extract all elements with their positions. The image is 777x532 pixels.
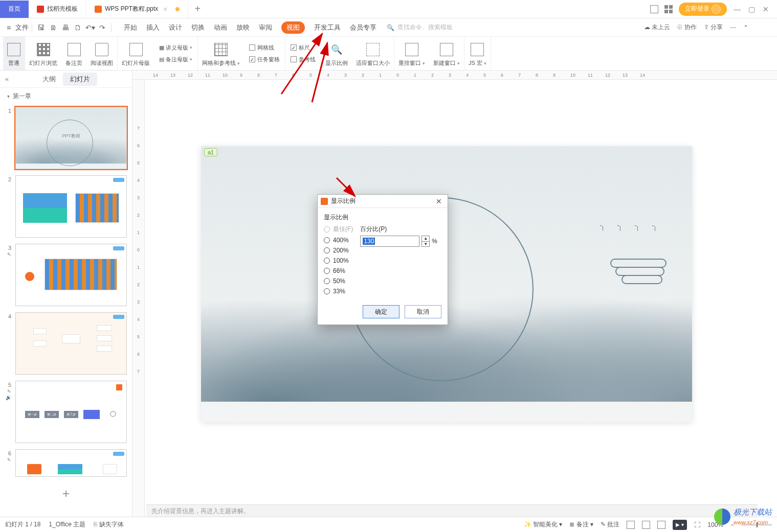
slide-master-icon [129,43,143,56]
apps-grid-icon[interactable] [664,5,673,13]
percent-label: 百分比(P) [360,225,437,234]
rearrange-window-button[interactable]: 重排窗口 [394,37,429,70]
view-slide-browse-button[interactable]: 幻灯片浏览 [25,37,61,70]
tab-member[interactable]: 会员专享 [350,23,376,32]
outline-tab[interactable]: 大纲 [35,73,63,86]
save-as-icon[interactable]: 🗎 [48,22,59,33]
ribbon-view: 普通 幻灯片浏览 备注页 阅读视图 幻灯片母版 ▦ 讲义母版 ▤ 备注母版 网格… [0,37,777,71]
tab-review[interactable]: 审阅 [259,23,272,32]
add-slide-button[interactable]: ＋ [5,483,127,503]
notes-master-button[interactable]: ▤ 备注母版 [159,56,192,63]
tab-design[interactable]: 设计 [169,23,182,32]
print-icon[interactable]: 🖶 [60,22,71,33]
layout-toggle-icon[interactable] [650,5,658,13]
tab-view[interactable]: 视图 [281,21,305,34]
close-window-button[interactable]: ✕ [762,5,770,13]
rearrange-icon [405,43,418,56]
doke-icon [37,6,44,13]
thumbnail-1[interactable]: PPT教程 [15,107,127,169]
zoom-button[interactable]: 🔍 显示比例 [321,37,352,70]
gridlines-checkbox[interactable]: 网格线 [249,44,280,52]
fit-window-icon [366,43,380,56]
sorter-view-status-icon[interactable] [642,521,650,529]
slideshow-play-button[interactable]: ▶ ▾ [673,520,687,530]
lecture-master-button[interactable]: ▦ 讲义母版 [159,44,192,52]
thumbnail-6[interactable] [15,449,127,477]
watermark-name: 极光下载站 [734,507,772,516]
minimize-button[interactable]: — [733,5,741,13]
separator [111,23,112,32]
taskpane-checkbox[interactable]: 任务窗格 [249,56,280,63]
tab-slideshow[interactable]: 放映 [236,23,250,32]
collapse-ribbon-icon[interactable]: ⌃ [743,24,748,31]
chapter-row[interactable]: 第一章 [0,88,132,105]
zoom-50-radio[interactable]: 50% [324,277,353,285]
zoom-100-radio[interactable]: 100% [324,257,353,264]
view-normal-button[interactable]: 普通 [3,37,25,70]
zoom-66-radio[interactable]: 66% [324,267,353,274]
view-slide-browse-label: 幻灯片浏览 [29,59,57,67]
more-icon[interactable]: ⋯ [730,24,736,31]
spin-down-icon[interactable]: ▼ [422,242,429,247]
tab-transition[interactable]: 切换 [191,23,205,32]
coop-button[interactable]: ⦾ 协作 [677,23,696,32]
guides-checkbox[interactable]: 参考线 [291,56,316,63]
share-button[interactable]: ⇪ 分享 [704,23,723,32]
redo-icon[interactable]: ↷ [97,22,108,33]
file-menu[interactable]: 文件 [15,22,29,33]
hamburger-icon[interactable]: ≡ [3,22,14,33]
zoom-200-radio[interactable]: 200% [324,247,353,254]
thumbnail-5[interactable]: 第一步 第二步 第三步 [15,381,127,443]
spin-up-icon[interactable]: ▲ [422,236,429,242]
percent-spinner[interactable]: ▲▼ [421,236,430,247]
new-window-button[interactable]: 新建窗口 [429,37,464,70]
tab-devtools[interactable]: 开发工具 [314,23,341,32]
thumbnail-2[interactable] [15,175,127,238]
dialog-cancel-button[interactable]: 取消 [405,305,441,318]
thumbnails-list[interactable]: 1 PPT教程 2 3✎ [0,105,132,517]
notes-bar[interactable]: 先介绍背景信息，再进入主题讲解。 [146,504,758,517]
status-comments-button[interactable]: ✎ 批注 [601,520,619,529]
undo-icon[interactable]: ↶▾ [84,22,96,33]
tab-start[interactable]: 开始 [124,23,137,32]
save-icon[interactable]: 🖫 [35,22,47,33]
login-button[interactable]: 立即登录 [679,3,727,16]
zoom-33-radio[interactable]: 33% [324,288,353,295]
tab-insert[interactable]: 插入 [146,23,160,32]
smart-beautify-button[interactable]: ✨ 智能美化 ▾ [524,520,563,529]
slides-tab[interactable]: 幻灯片 [63,73,97,86]
collapse-panel-icon[interactable]: « [5,75,9,83]
percent-input[interactable]: 130 [360,236,419,247]
missing-font-warning[interactable]: ⎘ 缺失字体 [94,520,123,529]
cloud-status[interactable]: ☁ 未上云 [644,23,670,32]
command-search[interactable]: 🔍 查找命令、搜索模板 [387,23,453,32]
tab-animation[interactable]: 动画 [214,23,227,32]
zoom-400-radio[interactable]: 400% [324,237,353,244]
thumbnail-4[interactable] [15,312,127,375]
ruler-checkbox[interactable]: 标尺 [291,44,316,52]
view-reading-button[interactable]: 阅读视图 [86,37,118,70]
grid-guides-button[interactable]: 网格和参考线 [198,37,244,70]
tab-home[interactable]: 首页 [0,1,29,18]
fit-zoom-icon[interactable]: ⛶ [694,521,700,528]
comment-marker[interactable]: a1 [204,148,217,156]
maximize-button[interactable]: ▢ [747,5,756,13]
dialog-close-button[interactable]: ✕ [433,196,445,207]
normal-view-status-icon[interactable] [627,521,635,529]
slide-master-button[interactable]: 幻灯片母版 [118,37,154,70]
close-tab-icon[interactable]: × [163,5,167,13]
reading-view-status-icon[interactable] [657,521,665,529]
dialog-titlebar[interactable]: 显示比例 ✕ [318,195,448,208]
tab-current-doc[interactable]: WPS PPT教程.pptx × [86,1,188,18]
print-preview-icon[interactable]: 🗋 [72,22,83,33]
slide-stage[interactable]: 教程 𐑐 𐑐 𐑐 𐑐 a1 [145,80,777,517]
fit-window-button[interactable]: 适应窗口大小 [352,37,394,70]
js-macro-button[interactable]: JS 宏 [464,37,491,70]
js-macro-icon [471,43,484,56]
dialog-ok-button[interactable]: 确定 [363,305,399,318]
view-notes-page-button[interactable]: 备注页 [61,37,86,70]
tab-templates[interactable]: 找稻壳模板 [29,1,86,18]
status-notes-button[interactable]: ≣ 备注 ▾ [569,520,593,529]
thumbnail-3[interactable] [15,244,127,306]
new-tab-button[interactable]: + [188,3,207,15]
